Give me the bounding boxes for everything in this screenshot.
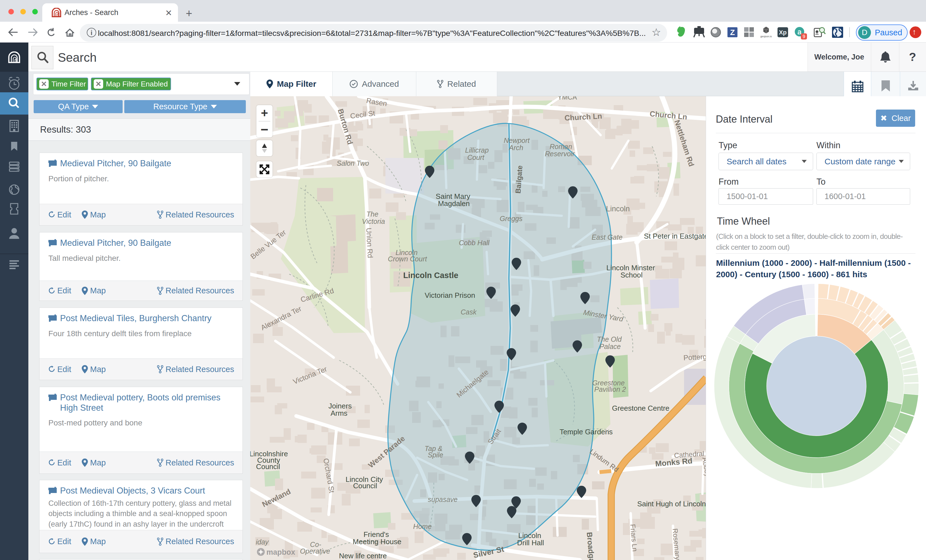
svg-text:Saint Hugh of Lincoln: Saint Hugh of Lincoln (637, 499, 706, 508)
svg-text:Magdalen: Magdalen (438, 199, 470, 208)
svg-text:9: 9 (802, 34, 805, 39)
svg-text:Roman: Roman (550, 143, 572, 150)
svg-text:Spile: Spile (428, 451, 443, 459)
svg-text:Council: Council (353, 481, 377, 490)
svg-text:Lillicrap: Lillicrap (465, 146, 489, 154)
svg-text:Reservoir: Reservoir (545, 150, 575, 157)
svg-text:Council: Council (256, 462, 280, 471)
svg-text:Pottergat: Pottergat (683, 352, 706, 362)
svg-text:Cask: Cask (461, 308, 477, 316)
svg-text:The: The (366, 210, 378, 218)
svg-text:School: School (620, 271, 643, 279)
svg-text:Cobb Hall: Cobb Hall (459, 239, 490, 247)
svg-text:Temple Gardens: Temple Gardens (560, 428, 613, 436)
svg-text:geojson.io: geojson.io (760, 35, 772, 38)
svg-text:Drill Hall: Drill Hall (517, 539, 544, 547)
svg-text:Crown Court: Crown Court (388, 255, 427, 263)
svg-text:Z: Z (730, 28, 735, 37)
svg-text:Pavillion 2: Pavillion 2 (594, 385, 626, 393)
svg-text:YMCA: YMCA (558, 96, 577, 101)
svg-text:Palace: Palace (599, 342, 621, 350)
svg-text:Arms: Arms (331, 409, 348, 417)
svg-text:Victoria: Victoria (362, 218, 385, 225)
svg-text:Salon Two: Salon Two (337, 159, 369, 167)
svg-text:Lincoln: Lincoln (606, 205, 630, 213)
svg-text:Lincoln Castle: Lincoln Castle (403, 271, 458, 280)
svg-text:Victorian Prison: Victorian Prison (425, 291, 475, 300)
svg-text:supasave: supasave (428, 495, 457, 503)
svg-text:Greestone Centre: Greestone Centre (612, 404, 670, 412)
svg-text:Home: Home (413, 522, 432, 530)
svg-text:Newport: Newport (504, 136, 530, 144)
svg-text:The Old: The Old (597, 335, 622, 343)
svg-text:mapbox: mapbox (266, 548, 295, 556)
svg-text:Meeting House: Meeting House (353, 537, 401, 546)
svg-text:New life centre: New life centre (339, 552, 387, 560)
svg-text:iday: iday (256, 538, 269, 546)
svg-text:Union Rd: Union Rd (365, 228, 375, 258)
svg-text:Arch: Arch (508, 144, 523, 151)
svg-text:Xp: Xp (779, 29, 787, 36)
svg-text:Court: Court (467, 153, 484, 161)
svg-text:Greggs: Greggs (500, 215, 522, 222)
svg-text:St Peter in Eastgate: St Peter in Eastgate (644, 232, 706, 240)
svg-text:East Gate: East Gate (592, 233, 622, 241)
